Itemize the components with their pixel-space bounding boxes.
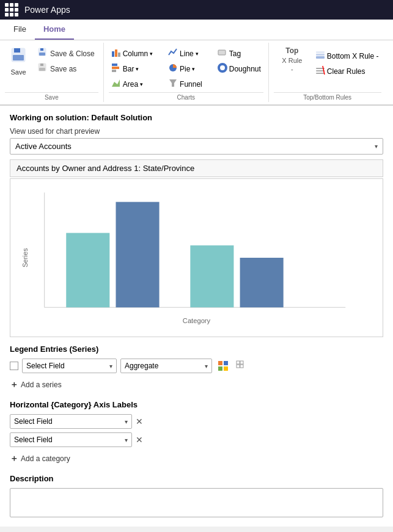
bar-chart-icon (111, 63, 121, 75)
svg-rect-34 (237, 361, 240, 364)
aggregate-select[interactable]: Aggregate ▾ (120, 359, 212, 373)
x-axis-label: Category (183, 317, 211, 324)
legend-field-row: Select Field ▾ Aggregate ▾ (10, 359, 383, 373)
y-axis-label: Series (21, 248, 29, 268)
save-and-close-label: Save & Close (50, 49, 95, 58)
svg-point-20 (221, 67, 224, 69)
view-dropdown-chevron: ▾ (375, 143, 378, 150)
legend-field-value: Select Field (26, 362, 65, 370)
view-dropdown-value: Active Accounts (15, 142, 72, 151)
save-options: Save & Close Save as (34, 44, 98, 76)
waffle-icon[interactable] (5, 3, 18, 16)
column-chart-icon (111, 48, 121, 59)
chart-svg: Series Category (17, 185, 376, 330)
save-icon (10, 46, 27, 67)
legend-color-button[interactable] (216, 359, 230, 373)
ribbon-group-save: Save Save & Close (0, 43, 104, 102)
add-series-link[interactable]: ＋ Add a series (10, 377, 383, 393)
category-field-row-2: Select Field ▾ ✕ (10, 432, 383, 447)
category-field-1-remove-button[interactable]: ✕ (136, 417, 143, 426)
top-x-rule-icon: Top X Rule - (282, 46, 302, 73)
add-category-label: Add a category (21, 454, 70, 463)
svg-rect-11 (118, 53, 120, 57)
clear-rules-button[interactable]: Clear Rules (313, 64, 381, 78)
save-as-label: Save as (50, 65, 76, 73)
charts-group-label: Charts (109, 92, 263, 101)
app-title: Power Apps (24, 5, 70, 15)
main-content: Working on solution: Default Solution Vi… (0, 106, 393, 527)
chart-types-col3: Tag Doughnut (215, 44, 263, 76)
add-category-icon: ＋ (10, 453, 18, 464)
column-chart-button[interactable]: Column ▾ (109, 46, 155, 60)
ribbon: Save Save & Close (0, 40, 393, 106)
add-series-label: Add a series (21, 381, 62, 389)
chart-container: Series Category (10, 178, 383, 337)
svg-rect-21 (316, 56, 325, 59)
svg-marker-17 (169, 79, 177, 87)
funnel-chart-icon (168, 78, 178, 90)
top-bottom-col: Bottom X Rule - Clear Rules (313, 44, 381, 78)
legend-field-select[interactable]: Select Field ▾ (22, 359, 117, 373)
save-close-icon (38, 48, 48, 59)
svg-rect-32 (218, 366, 222, 371)
svg-rect-36 (237, 365, 240, 368)
line-chart-button[interactable]: Line ▾ (166, 46, 205, 60)
top-x-rule-button[interactable]: Top X Rule - (274, 44, 310, 76)
bar-2 (116, 202, 159, 308)
tab-home[interactable]: Home (35, 20, 74, 40)
tag-chart-button[interactable]: Tag (215, 46, 263, 60)
view-label: View used for chart preview (10, 127, 383, 136)
svg-rect-33 (224, 366, 228, 371)
svg-marker-15 (112, 79, 120, 87)
description-input[interactable] (10, 488, 383, 517)
top-bottom-group-label: Top/Bottom Rules (274, 92, 381, 101)
category-field-2-remove-button[interactable]: ✕ (136, 435, 143, 445)
legend-checkbox[interactable] (10, 362, 18, 370)
area-chart-button[interactable]: Area ▾ (109, 77, 155, 91)
funnel-chart-button[interactable]: Funnel (166, 77, 205, 91)
bottom-x-rule-button[interactable]: Bottom X Rule - (313, 49, 381, 63)
doughnut-chart-icon (218, 63, 227, 75)
category-field-select-2[interactable]: Select Field ▾ (10, 432, 132, 447)
category-field-1-value: Select Field (14, 417, 53, 426)
bar-chart-button[interactable]: Bar ▾ (109, 62, 155, 76)
save-as-button[interactable]: Save as (34, 62, 98, 76)
ribbon-group-charts: Column ▾ Bar ▾ Area ▾ (104, 43, 269, 102)
svg-rect-12 (112, 64, 117, 66)
pie-chart-button[interactable]: Pie ▾ (166, 62, 205, 76)
category-field-select-1[interactable]: Select Field ▾ (10, 414, 132, 429)
pie-chart-icon (168, 63, 178, 75)
category-field-2-chevron: ▾ (125, 437, 128, 443)
clear-rules-icon (315, 65, 325, 77)
bottom-x-rule-icon (315, 50, 325, 62)
svg-rect-14 (112, 70, 116, 72)
tab-file[interactable]: File (5, 20, 35, 40)
area-chart-icon (111, 78, 121, 90)
svg-rect-5 (39, 53, 45, 56)
legend-grid-button[interactable] (234, 359, 249, 373)
legend-section-label: Legend Entries (Series) (10, 344, 383, 354)
title-bar: Power Apps (0, 0, 393, 20)
save-as-icon (38, 63, 48, 75)
aggregate-chevron: ▾ (205, 363, 208, 370)
line-chart-icon (168, 48, 178, 59)
save-group-label: Save (5, 92, 98, 101)
svg-rect-35 (240, 361, 243, 364)
svg-rect-10 (115, 49, 117, 57)
svg-rect-9 (112, 51, 114, 57)
view-dropdown[interactable]: Active Accounts ▾ (10, 138, 383, 155)
bar-3 (190, 246, 233, 308)
bar-1 (66, 233, 109, 307)
save-button[interactable]: Save (5, 44, 32, 78)
svg-rect-31 (224, 361, 228, 365)
color-icon (218, 360, 229, 371)
doughnut-chart-button[interactable]: Doughnut (215, 62, 263, 76)
save-and-close-button[interactable]: Save & Close (34, 46, 98, 60)
category-section-label: Horizontal {Category} Axis Labels (10, 400, 383, 409)
svg-rect-13 (112, 67, 119, 69)
chart-title: Accounts by Owner and Address 1: State/P… (10, 159, 383, 177)
svg-rect-30 (218, 361, 222, 365)
svg-rect-22 (316, 54, 325, 56)
add-category-link[interactable]: ＋ Add a category (10, 451, 383, 467)
tag-chart-icon (218, 48, 227, 59)
